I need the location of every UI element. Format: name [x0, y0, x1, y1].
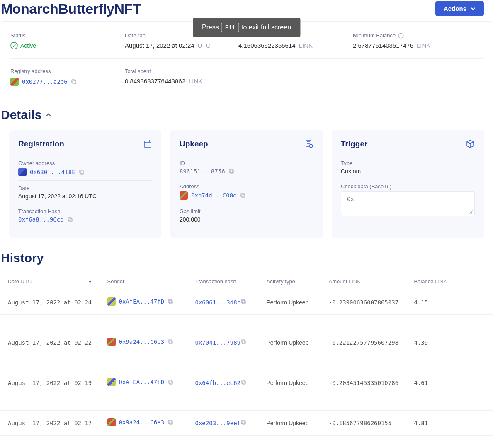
sender-link[interactable]: 0xAfEA...47fD	[119, 379, 165, 385]
owner-address[interactable]: 0x630f...418E	[18, 168, 85, 176]
history-heading: History	[1, 251, 493, 265]
details-heading[interactable]: Details	[1, 108, 493, 122]
tx-link[interactable]: 0xe203...9eef	[195, 420, 241, 426]
copy-icon[interactable]	[240, 339, 246, 345]
col-activity[interactable]: Activity type	[259, 273, 321, 290]
sort-desc-icon: ▼	[88, 279, 92, 284]
tx-link[interactable]: 0x6061...3d8c	[195, 299, 241, 306]
table-row[interactable]: August 17, 2022 at 02:170x9a24...C6e30xe…	[0, 411, 493, 436]
row-tx: 0x6061...3d8c	[188, 290, 259, 315]
svg-rect-33	[242, 381, 245, 384]
identicon	[10, 78, 19, 86]
copy-icon[interactable]	[240, 419, 246, 425]
reg-tx-label: Transaction Hash	[18, 208, 152, 214]
total-spent-label: Total spent	[125, 68, 238, 74]
registry-label: Registry address	[10, 68, 125, 74]
col-date[interactable]: Date UTC ▼	[0, 273, 100, 290]
actions-button[interactable]: Actions	[435, 1, 484, 16]
row-date: August 17, 2022 at 02:22	[0, 330, 100, 355]
upkeep-address[interactable]: 0xb74d...C08d	[180, 191, 246, 200]
actions-button-label: Actions	[444, 5, 466, 12]
check-circle-icon	[10, 42, 18, 49]
row-balance: 4.39	[407, 330, 493, 355]
fullscreen-toast: Press F11 to exit full screen	[193, 18, 300, 37]
min-balance-label: Minimum Balance	[353, 32, 483, 39]
chevron-down-icon	[471, 6, 476, 11]
identicon	[107, 297, 116, 306]
sender-link[interactable]: 0xAfEA...47fD	[119, 298, 165, 305]
check-data-box[interactable]: 0x	[341, 191, 475, 216]
copy-icon[interactable]	[168, 339, 173, 345]
owner-address-link[interactable]: 0x630f...418E	[30, 169, 75, 175]
svg-rect-23	[169, 300, 172, 304]
registration-card: Registration Owner address 0x630f...418E…	[9, 130, 161, 238]
svg-rect-37	[242, 421, 245, 424]
svg-rect-26	[241, 299, 245, 303]
check-data-label: Check data (Base16)	[341, 183, 475, 190]
svg-rect-24	[168, 299, 172, 303]
svg-point-2	[401, 34, 401, 35]
copy-icon[interactable]	[168, 419, 173, 425]
table-row[interactable]: August 17, 2022 at 02:240xAfEA...47fD0x6…	[0, 290, 493, 315]
svg-rect-31	[169, 381, 172, 384]
svg-rect-38	[241, 420, 245, 424]
row-amount: -0.20345145335010786	[321, 370, 407, 395]
copy-icon[interactable]	[240, 379, 246, 385]
row-date: August 17, 2022 at 02:24	[0, 290, 100, 315]
svg-rect-12	[69, 218, 72, 222]
status-badge: Active	[10, 42, 36, 49]
svg-point-0	[11, 42, 17, 49]
row-sender: 0x9a24...C6e3	[100, 411, 188, 436]
row-amount: -0.185677986260155	[321, 411, 407, 436]
identicon	[107, 338, 116, 346]
min-balance-value: 2.6787761403517476	[353, 42, 413, 49]
copy-icon[interactable]	[168, 299, 173, 304]
svg-rect-5	[72, 80, 75, 83]
trigger-type-value: Custom	[341, 168, 475, 175]
owner-address-label: Owner address	[18, 160, 152, 166]
registry-address[interactable]: 0x0277...a2e6	[10, 78, 77, 86]
svg-rect-20	[229, 169, 233, 173]
row-amount: -0.23900636007805037	[321, 290, 407, 315]
date-ran-value: August 17, 2022 at 02:24	[125, 42, 194, 49]
sender-link[interactable]: 0x9a24...C6e3	[119, 419, 165, 426]
copy-icon[interactable]	[67, 217, 73, 222]
registration-title: Registration	[18, 139, 64, 149]
row-tx: 0x7041...7989	[188, 330, 259, 355]
upkeep-address-link[interactable]: 0xb74d...C08d	[191, 192, 237, 199]
row-tx: 0x64fb...ee62	[188, 370, 259, 395]
sender-link[interactable]: 0x9a24...C6e3	[119, 338, 165, 345]
key-hint: F11	[221, 23, 239, 32]
col-balance[interactable]: Balance LINK	[407, 273, 493, 290]
identicon	[18, 168, 27, 176]
svg-rect-19	[230, 170, 233, 173]
row-sender: 0x9a24...C6e3	[100, 330, 188, 355]
registry-address-link[interactable]: 0x0277...a2e6	[22, 78, 68, 85]
copy-icon[interactable]	[240, 192, 246, 198]
copy-icon[interactable]	[240, 299, 246, 304]
col-sender[interactable]: Sender	[100, 273, 188, 290]
copy-icon[interactable]	[79, 169, 85, 175]
row-activity: Perform Upkeep	[259, 370, 321, 395]
copy-icon[interactable]	[228, 168, 234, 174]
copy-icon[interactable]	[168, 379, 173, 385]
balance-value: 4.150636622355614	[238, 42, 296, 49]
info-icon[interactable]	[398, 33, 404, 39]
svg-rect-36	[168, 420, 172, 424]
row-date: August 17, 2022 at 02:17	[0, 411, 100, 436]
reg-tx-link[interactable]: 0xf6a8...96cd	[18, 216, 64, 223]
svg-point-17	[309, 144, 313, 148]
svg-rect-30	[241, 340, 245, 343]
col-tx[interactable]: Transaction hash	[188, 273, 259, 290]
tx-link[interactable]: 0x64fb...ee62	[195, 380, 241, 386]
row-balance: 4.61	[407, 370, 493, 395]
copy-icon[interactable]	[71, 79, 77, 85]
tx-link[interactable]: 0x7041...7989	[195, 339, 241, 346]
col-amount[interactable]: Amount LINK	[321, 273, 407, 290]
table-row[interactable]: August 17, 2022 at 02:220x9a24...C6e30x7…	[0, 330, 493, 355]
table-row[interactable]: August 17, 2022 at 02:190xAfEA...47fD0x6…	[0, 370, 493, 395]
page-title: MonarchButterflyNFT	[1, 1, 141, 17]
upkeep-id-label: ID	[180, 160, 313, 166]
trigger-card: Trigger Type Custom Check data (Base16) …	[332, 130, 484, 238]
row-amount: -0.22122757795607298	[321, 330, 407, 355]
